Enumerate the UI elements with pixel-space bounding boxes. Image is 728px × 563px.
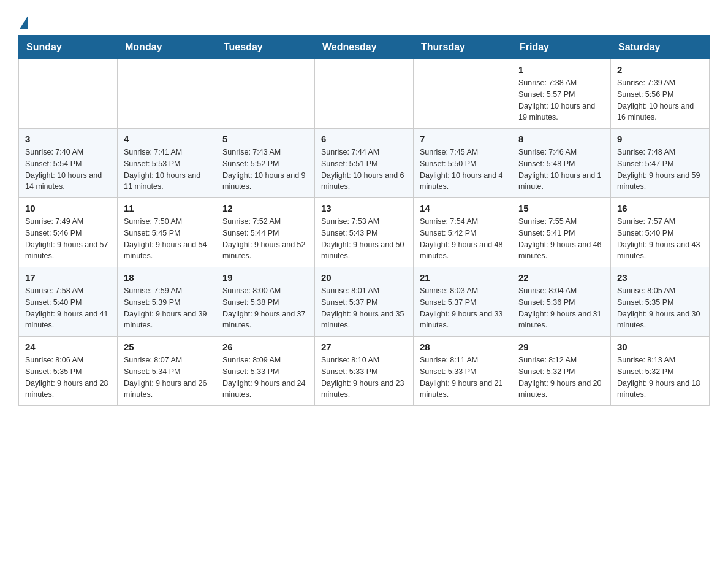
calendar-table: SundayMondayTuesdayWednesdayThursdayFrid… [18, 35, 710, 406]
calendar-cell: 7Sunrise: 7:45 AMSunset: 5:50 PMDaylight… [414, 129, 512, 198]
day-sun-info: Sunrise: 8:10 AMSunset: 5:33 PMDaylight:… [321, 354, 407, 400]
day-sun-info: Sunrise: 7:50 AMSunset: 5:45 PMDaylight:… [124, 216, 210, 262]
day-number: 15 [518, 203, 604, 213]
day-number: 8 [518, 134, 604, 144]
calendar-header: SundayMondayTuesdayWednesdayThursdayFrid… [19, 36, 710, 59]
calendar-week-row: 24Sunrise: 8:06 AMSunset: 5:35 PMDayligh… [19, 337, 710, 406]
weekday-header-thursday: Thursday [414, 36, 512, 59]
calendar-cell: 14Sunrise: 7:54 AMSunset: 5:42 PMDayligh… [414, 198, 512, 267]
day-sun-info: Sunrise: 7:46 AMSunset: 5:48 PMDaylight:… [518, 147, 604, 193]
weekday-header-sunday: Sunday [19, 36, 118, 59]
day-sun-info: Sunrise: 7:39 AMSunset: 5:56 PMDaylight:… [617, 77, 703, 123]
day-sun-info: Sunrise: 7:48 AMSunset: 5:47 PMDaylight:… [617, 147, 703, 193]
calendar-cell [414, 59, 512, 129]
day-sun-info: Sunrise: 7:59 AMSunset: 5:39 PMDaylight:… [124, 285, 210, 331]
calendar-cell: 1Sunrise: 7:38 AMSunset: 5:57 PMDaylight… [512, 59, 611, 129]
day-sun-info: Sunrise: 7:55 AMSunset: 5:41 PMDaylight:… [518, 216, 604, 262]
day-number: 28 [420, 342, 506, 352]
day-number: 30 [617, 342, 703, 352]
calendar-body: 1Sunrise: 7:38 AMSunset: 5:57 PMDaylight… [19, 59, 710, 406]
calendar-cell: 27Sunrise: 8:10 AMSunset: 5:33 PMDayligh… [315, 337, 414, 406]
calendar-cell [118, 59, 216, 129]
calendar-cell [315, 59, 414, 129]
calendar-cell: 12Sunrise: 7:52 AMSunset: 5:44 PMDayligh… [216, 198, 315, 267]
day-number: 24 [25, 342, 111, 352]
day-number: 23 [617, 272, 703, 283]
day-number: 14 [420, 203, 506, 213]
day-sun-info: Sunrise: 8:01 AMSunset: 5:37 PMDaylight:… [321, 285, 407, 331]
calendar-cell: 10Sunrise: 7:49 AMSunset: 5:46 PMDayligh… [19, 198, 118, 267]
page-header [18, 12, 710, 29]
logo [18, 12, 37, 29]
day-number: 16 [617, 203, 703, 213]
calendar-cell: 16Sunrise: 7:57 AMSunset: 5:40 PMDayligh… [611, 198, 710, 267]
weekday-header-saturday: Saturday [611, 36, 710, 59]
calendar-cell [216, 59, 315, 129]
day-sun-info: Sunrise: 8:12 AMSunset: 5:32 PMDaylight:… [518, 354, 604, 400]
day-number: 26 [222, 342, 308, 352]
calendar-cell: 11Sunrise: 7:50 AMSunset: 5:45 PMDayligh… [118, 198, 216, 267]
day-number: 19 [222, 272, 308, 283]
day-sun-info: Sunrise: 7:40 AMSunset: 5:54 PMDaylight:… [25, 147, 111, 193]
day-number: 4 [124, 134, 210, 144]
calendar-cell [19, 59, 118, 129]
calendar-cell: 8Sunrise: 7:46 AMSunset: 5:48 PMDaylight… [512, 129, 611, 198]
day-number: 17 [25, 272, 111, 283]
calendar-cell: 15Sunrise: 7:55 AMSunset: 5:41 PMDayligh… [512, 198, 611, 267]
calendar-cell: 3Sunrise: 7:40 AMSunset: 5:54 PMDaylight… [19, 129, 118, 198]
calendar-week-row: 10Sunrise: 7:49 AMSunset: 5:46 PMDayligh… [19, 198, 710, 267]
weekday-header-row: SundayMondayTuesdayWednesdayThursdayFrid… [19, 36, 710, 59]
calendar-cell: 29Sunrise: 8:12 AMSunset: 5:32 PMDayligh… [512, 337, 611, 406]
day-sun-info: Sunrise: 7:43 AMSunset: 5:52 PMDaylight:… [222, 147, 308, 193]
day-sun-info: Sunrise: 7:49 AMSunset: 5:46 PMDaylight:… [25, 216, 111, 262]
day-sun-info: Sunrise: 7:45 AMSunset: 5:50 PMDaylight:… [420, 147, 506, 193]
day-number: 13 [321, 203, 407, 213]
day-sun-info: Sunrise: 7:57 AMSunset: 5:40 PMDaylight:… [617, 216, 703, 262]
day-sun-info: Sunrise: 8:04 AMSunset: 5:36 PMDaylight:… [518, 285, 604, 331]
calendar-week-row: 1Sunrise: 7:38 AMSunset: 5:57 PMDaylight… [19, 59, 710, 129]
calendar-cell: 24Sunrise: 8:06 AMSunset: 5:35 PMDayligh… [19, 337, 118, 406]
calendar-cell: 19Sunrise: 8:00 AMSunset: 5:38 PMDayligh… [216, 267, 315, 337]
calendar-week-row: 17Sunrise: 7:58 AMSunset: 5:40 PMDayligh… [19, 267, 710, 337]
day-number: 18 [124, 272, 210, 283]
day-sun-info: Sunrise: 7:54 AMSunset: 5:42 PMDaylight:… [420, 216, 506, 262]
calendar-cell: 20Sunrise: 8:01 AMSunset: 5:37 PMDayligh… [315, 267, 414, 337]
calendar-cell: 17Sunrise: 7:58 AMSunset: 5:40 PMDayligh… [19, 267, 118, 337]
calendar-cell: 25Sunrise: 8:07 AMSunset: 5:34 PMDayligh… [118, 337, 216, 406]
day-number: 29 [518, 342, 604, 352]
day-sun-info: Sunrise: 7:53 AMSunset: 5:43 PMDaylight:… [321, 216, 407, 262]
day-number: 7 [420, 134, 506, 144]
calendar-cell: 21Sunrise: 8:03 AMSunset: 5:37 PMDayligh… [414, 267, 512, 337]
calendar-cell: 4Sunrise: 7:41 AMSunset: 5:53 PMDaylight… [118, 129, 216, 198]
day-sun-info: Sunrise: 7:38 AMSunset: 5:57 PMDaylight:… [518, 77, 604, 123]
day-number: 27 [321, 342, 407, 352]
weekday-header-friday: Friday [512, 36, 611, 59]
day-number: 21 [420, 272, 506, 283]
day-sun-info: Sunrise: 8:03 AMSunset: 5:37 PMDaylight:… [420, 285, 506, 331]
day-number: 3 [25, 134, 111, 144]
day-number: 2 [617, 64, 703, 75]
day-number: 9 [617, 134, 703, 144]
calendar-week-row: 3Sunrise: 7:40 AMSunset: 5:54 PMDaylight… [19, 129, 710, 198]
calendar-cell: 18Sunrise: 7:59 AMSunset: 5:39 PMDayligh… [118, 267, 216, 337]
day-sun-info: Sunrise: 8:00 AMSunset: 5:38 PMDaylight:… [222, 285, 308, 331]
calendar-cell: 9Sunrise: 7:48 AMSunset: 5:47 PMDaylight… [611, 129, 710, 198]
day-sun-info: Sunrise: 8:09 AMSunset: 5:33 PMDaylight:… [222, 354, 308, 400]
day-number: 6 [321, 134, 407, 144]
weekday-header-monday: Monday [118, 36, 216, 59]
calendar-cell: 2Sunrise: 7:39 AMSunset: 5:56 PMDaylight… [611, 59, 710, 129]
day-number: 25 [124, 342, 210, 352]
day-sun-info: Sunrise: 8:05 AMSunset: 5:35 PMDaylight:… [617, 285, 703, 331]
day-sun-info: Sunrise: 8:13 AMSunset: 5:32 PMDaylight:… [617, 354, 703, 400]
day-sun-info: Sunrise: 7:41 AMSunset: 5:53 PMDaylight:… [124, 147, 210, 193]
calendar-cell: 30Sunrise: 8:13 AMSunset: 5:32 PMDayligh… [611, 337, 710, 406]
day-number: 5 [222, 134, 308, 144]
day-sun-info: Sunrise: 8:06 AMSunset: 5:35 PMDaylight:… [25, 354, 111, 400]
day-sun-info: Sunrise: 8:07 AMSunset: 5:34 PMDaylight:… [124, 354, 210, 400]
weekday-header-wednesday: Wednesday [315, 36, 414, 59]
day-number: 20 [321, 272, 407, 283]
day-sun-info: Sunrise: 7:58 AMSunset: 5:40 PMDaylight:… [25, 285, 111, 331]
day-number: 10 [25, 203, 111, 213]
calendar-cell: 23Sunrise: 8:05 AMSunset: 5:35 PMDayligh… [611, 267, 710, 337]
day-sun-info: Sunrise: 8:11 AMSunset: 5:33 PMDaylight:… [420, 354, 506, 400]
